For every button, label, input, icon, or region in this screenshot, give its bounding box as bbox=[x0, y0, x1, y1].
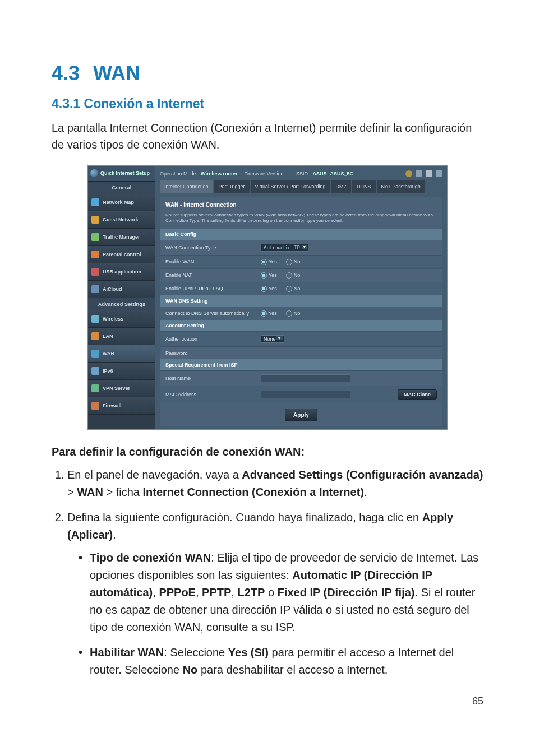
heading-title: WAN bbox=[93, 62, 140, 85]
intro-paragraph: La pantalla Internet Connection (Conexió… bbox=[52, 119, 483, 153]
radio-dns-no[interactable]: No bbox=[286, 310, 301, 317]
qis-icon bbox=[90, 169, 98, 177]
sidebar-item-ipv6[interactable]: IPv6 bbox=[88, 363, 155, 380]
tab-virtual-server[interactable]: Virtual Server / Port Forwarding bbox=[251, 180, 330, 193]
sidebar-item-label: AiCloud bbox=[103, 286, 122, 292]
tab-internet-connection[interactable]: Internet Connection bbox=[160, 180, 213, 193]
step-2-bullets: Tipo de conexión WAN: Elija el tipo de p… bbox=[67, 549, 483, 679]
button-mac-clone[interactable]: MAC Clone bbox=[398, 389, 437, 400]
input-host-name[interactable] bbox=[261, 374, 350, 382]
radio-enable-upnp-yes[interactable]: Yes bbox=[261, 286, 277, 292]
main-panel: Operation Mode: Wireless router Firmware… bbox=[155, 166, 447, 429]
radio-enable-wan-yes[interactable]: Yes bbox=[261, 259, 277, 265]
section-wan-dns: WAN DNS Setting bbox=[160, 295, 442, 307]
guest-network-icon bbox=[91, 216, 99, 224]
label-enable-wan: Enable WAN bbox=[160, 256, 255, 268]
radio-dns-yes[interactable]: Yes bbox=[261, 310, 277, 317]
ssid-value-2[interactable]: ASUS_5G bbox=[330, 171, 354, 177]
signal-icon[interactable] bbox=[416, 170, 422, 177]
heading-number: 4.3 bbox=[52, 62, 80, 85]
sidebar-item-vpn-server[interactable]: VPN Server bbox=[88, 380, 155, 397]
operation-mode-value[interactable]: Wireless router bbox=[201, 171, 237, 177]
row-enable-upnp: Enable UPnP UPnP FAQ YesNo bbox=[160, 282, 442, 295]
router-screenshot: Quick Internet Setup General Network Map… bbox=[87, 165, 448, 430]
input-mac-address[interactable] bbox=[261, 391, 350, 398]
sidebar-item-parental-control[interactable]: Parental control bbox=[88, 246, 155, 263]
sidebar-qis[interactable]: Quick Internet Setup bbox=[88, 166, 155, 182]
radio-enable-upnp-no[interactable]: No bbox=[286, 286, 301, 292]
section-isp-requirement: Special Requirement from ISP bbox=[160, 359, 442, 370]
sidebar-item-wan[interactable]: WAN bbox=[88, 345, 155, 363]
tab-ddns[interactable]: DDNS bbox=[352, 180, 376, 193]
panel-title: WAN - Internet Connection bbox=[160, 197, 442, 212]
instructions-title: Para definir la configuración de conexió… bbox=[52, 446, 483, 458]
link-upnp-faq[interactable]: UPnP FAQ bbox=[199, 286, 223, 291]
page-subheading: 4.3.1 Conexión a Internet bbox=[52, 96, 483, 112]
section-basic-config: Basic Config bbox=[160, 229, 442, 240]
sidebar-item-label: Firewall bbox=[103, 403, 122, 409]
qis-label: Quick Internet Setup bbox=[100, 170, 150, 176]
label-enable-upnp: Enable UPnP UPnP FAQ bbox=[160, 282, 255, 295]
network-map-icon bbox=[91, 198, 99, 206]
page-number: 65 bbox=[52, 695, 483, 707]
row-enable-nat: Enable NAT YesNo bbox=[160, 268, 442, 282]
sidebar-item-label: Parental control bbox=[103, 252, 141, 257]
tab-dmz[interactable]: DMZ bbox=[331, 180, 351, 193]
sidebar-item-usb-application[interactable]: USB application bbox=[88, 263, 155, 281]
user-icon[interactable] bbox=[405, 170, 412, 177]
wan-icon bbox=[91, 350, 99, 358]
label-authentication: Authentication bbox=[160, 333, 255, 345]
sidebar-item-lan[interactable]: LAN bbox=[88, 328, 155, 345]
radio-enable-nat-no[interactable]: No bbox=[286, 272, 301, 279]
ipv6-icon bbox=[91, 367, 99, 375]
instruction-steps: En el panel de navegación, vaya a Advanc… bbox=[52, 466, 483, 679]
step-1: En el panel de navegación, vaya a Advanc… bbox=[67, 466, 483, 501]
aicloud-icon bbox=[91, 285, 99, 293]
sidebar-general-header: General bbox=[88, 182, 155, 194]
operation-mode-label: Operation Mode: bbox=[160, 171, 197, 177]
usb-icon[interactable] bbox=[426, 170, 432, 177]
section-account-setting: Account Setting bbox=[160, 320, 442, 331]
row-wan-connection-type: WAN Connection Type Automatic IP bbox=[160, 240, 442, 255]
select-wan-connection-type[interactable]: Automatic IP bbox=[261, 244, 308, 252]
firewall-icon bbox=[91, 402, 99, 410]
sidebar-item-network-map[interactable]: Network Map bbox=[88, 194, 155, 211]
lan-icon bbox=[91, 332, 99, 340]
ssid-value-1[interactable]: ASUS bbox=[313, 171, 327, 177]
usb-application-icon bbox=[91, 268, 99, 276]
sidebar-item-wireless[interactable]: Wireless bbox=[88, 310, 155, 328]
sidebar-item-traffic-manager[interactable]: Traffic Manager bbox=[88, 229, 155, 246]
sidebar-item-label: Network Map bbox=[103, 200, 134, 205]
select-authentication[interactable]: None bbox=[261, 335, 284, 343]
row-authentication: Authentication None bbox=[160, 331, 442, 346]
step-2: Defina la siguiente configuración. Cuand… bbox=[67, 509, 483, 679]
panel-description: Router supports several connection types… bbox=[160, 212, 442, 229]
topbar: Operation Mode: Wireless router Firmware… bbox=[160, 169, 442, 180]
row-host-name: Host Name bbox=[160, 370, 442, 386]
sidebar-item-label: Guest Network bbox=[103, 217, 139, 222]
button-apply[interactable]: Apply bbox=[285, 409, 317, 421]
sidebar-item-label: IPv6 bbox=[103, 368, 113, 374]
row-enable-wan: Enable WAN YesNo bbox=[160, 255, 442, 268]
sidebar-item-label: WAN bbox=[103, 351, 114, 356]
sidebar-item-aicloud[interactable]: AiCloud bbox=[88, 281, 155, 298]
sidebar-item-label: USB application bbox=[103, 269, 141, 275]
tab-port-trigger[interactable]: Port Trigger bbox=[214, 180, 250, 193]
apply-row: Apply bbox=[160, 403, 442, 426]
page-heading: 4.3WAN bbox=[52, 62, 483, 85]
bullet-enable-wan: Habilitar WAN: Seleccione Yes (Sí) para … bbox=[79, 644, 483, 679]
sidebar: Quick Internet Setup General Network Map… bbox=[88, 166, 155, 429]
language-icon[interactable] bbox=[436, 170, 442, 177]
row-mac-address: MAC Address MAC Clone bbox=[160, 386, 442, 403]
radio-enable-nat-yes[interactable]: Yes bbox=[261, 272, 277, 279]
parental-control-icon bbox=[91, 251, 99, 258]
sidebar-item-label: LAN bbox=[103, 333, 113, 339]
topbar-icons bbox=[405, 170, 442, 177]
sidebar-item-firewall[interactable]: Firewall bbox=[88, 397, 155, 415]
wireless-icon bbox=[91, 315, 99, 323]
sidebar-item-guest-network[interactable]: Guest Network bbox=[88, 211, 155, 229]
radio-enable-wan-no[interactable]: No bbox=[286, 259, 301, 265]
tab-nat-passthrough[interactable]: NAT Passthrough bbox=[377, 180, 425, 193]
firmware-version-label: Firmware Version: bbox=[245, 171, 285, 177]
wan-panel: WAN - Internet Connection Router support… bbox=[160, 197, 442, 426]
